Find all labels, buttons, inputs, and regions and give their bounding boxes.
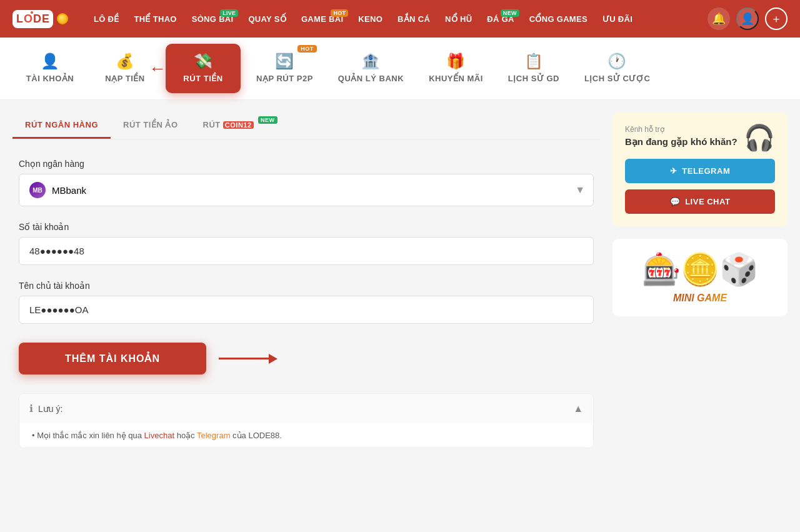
account-label: Số tài khoản — [19, 222, 594, 232]
arrow-left-indicator: ← — [149, 59, 167, 79]
subnav-tai-khoan[interactable]: 👤 TÀI KHOẢN — [12, 38, 88, 99]
account-owner-group: Tên chủ tài khoản — [19, 281, 594, 324]
minigame-label: MINI GAME — [642, 293, 758, 304]
subnav-rut-tien[interactable]: 💸 RÚT TIỀN ← — [166, 44, 241, 93]
tab-rut-coin12[interactable]: RÚT Coin12 NEW — [191, 113, 279, 139]
info-icon: ℹ — [29, 403, 33, 414]
support-buttons: ✈ TELEGRAM 💬 LIVE CHAT — [625, 159, 775, 214]
livechat-link[interactable]: Livechat — [144, 431, 174, 440]
tab-bar: RÚT NGÂN HÀNG RÚT TIỀN ẢO RÚT Coin12 NEW — [12, 113, 600, 140]
logo[interactable]: L O D E — [12, 10, 75, 28]
subnav-quan-ly-bank[interactable]: 🏦 QUẢN LÝ BANK — [326, 38, 416, 99]
nav-game-bai[interactable]: HOT GAME BÀI — [295, 14, 349, 24]
nav-da-ga[interactable]: NEW ĐÁ GÀ — [481, 14, 520, 24]
header: L O D E LÔ ĐỀ THỂ THAO LIVE SÒNG BÀI QUA… — [0, 0, 800, 38]
lich-su-cuoc-icon: 🕐 — [608, 54, 627, 69]
p2p-hot-badge: HOT — [298, 45, 317, 53]
right-panel: Kênh hỗ trợ Bạn đang gặp khó khăn? 🎧 ✈ T… — [612, 113, 788, 448]
nav-keno[interactable]: KENO — [352, 14, 389, 24]
nav-lo-de[interactable]: LÔ ĐỀ — [88, 14, 126, 24]
support-box: Kênh hỗ trợ Bạn đang gặp khó khăn? 🎧 ✈ T… — [612, 113, 788, 226]
subnav-lich-su-cuoc[interactable]: 🕐 LỊCH SỬ CƯỢC — [572, 38, 662, 99]
arrow-right-indicator — [219, 354, 278, 364]
nav-ban-ca[interactable]: BẮN CÁ — [391, 14, 436, 24]
support-header: Kênh hỗ trợ Bạn đang gặp khó khăn? 🎧 — [625, 125, 775, 150]
note-box: ℹ Lưu ý: ▲ • Mọi thắc mắc xin liên hệ qu… — [19, 393, 594, 448]
minigame-image: 🎰🪙🎲 — [642, 251, 758, 288]
tab-rut-ngan-hang[interactable]: RÚT NGÂN HÀNG — [12, 113, 111, 139]
nap-tien-icon: 💰 — [116, 54, 135, 69]
minigame-content: 🎰🪙🎲 MINI GAME — [642, 251, 758, 304]
mbbank-logo: MB — [29, 182, 46, 198]
subnav-khuyen-mai[interactable]: 🎁 KHUYẾN MÃI — [416, 38, 496, 99]
bank-select-group: Chọn ngân hàng MB MBbank ▼ — [19, 159, 594, 206]
livechat-button[interactable]: 💬 LIVE CHAT — [625, 189, 775, 214]
nav-cong-games[interactable]: CỔNG GAMES — [523, 14, 594, 24]
nav-song-bai[interactable]: LIVE SÒNG BÀI — [186, 14, 240, 24]
new-badge: NEW — [501, 9, 519, 17]
subnav-nap-rut-p2p[interactable]: HOT 🔄 NẠP RÚT P2P — [244, 38, 326, 99]
nav-no-hu[interactable]: NỔ HŨ — [439, 14, 478, 24]
bank-select-display[interactable]: MB MBbank — [19, 174, 594, 206]
subnav-lich-su-gd[interactable]: 📋 LỊCH SỬ GD — [496, 38, 572, 99]
coin12-new-badge: NEW — [258, 116, 278, 124]
support-text: Kênh hỗ trợ Bạn đang gặp khó khăn? — [625, 125, 738, 148]
owner-label: Tên chủ tài khoản — [19, 281, 594, 291]
note-header-left: ℹ Lưu ý: — [29, 403, 62, 414]
minigame-box[interactable]: 🎰🪙🎲 MINI GAME — [612, 239, 788, 316]
lich-su-gd-icon: 📋 — [524, 54, 544, 69]
submit-wrapper: THÊM TÀI KHOẢN — [19, 343, 594, 374]
chevron-up-icon: ▲ — [573, 403, 583, 414]
left-panel: RÚT NGÂN HÀNG RÚT TIỀN ẢO RÚT Coin12 NEW… — [12, 113, 600, 448]
main-content: RÚT NGÂN HÀNG RÚT TIỀN ẢO RÚT Coin12 NEW… — [0, 100, 800, 461]
note-header[interactable]: ℹ Lưu ý: ▲ — [19, 394, 593, 423]
telegram-link[interactable]: Telegram — [197, 431, 230, 440]
subnav: 👤 TÀI KHOẢN 💰 NẠP TIỀN 💸 RÚT TIỀN ← HOT … — [0, 38, 800, 100]
arrow-head — [269, 354, 278, 364]
note-content: • Mọi thắc mắc xin liên hệ qua Livechat … — [19, 423, 593, 448]
nav-the-thao[interactable]: THỂ THAO — [128, 14, 183, 24]
nav-uu-dai[interactable]: ƯU ĐÃI — [596, 14, 639, 24]
main-nav: LÔ ĐỀ THỂ THAO LIVE SÒNG BÀI QUAY SỐ HOT… — [88, 14, 695, 24]
telegram-button[interactable]: ✈ TELEGRAM — [625, 159, 775, 183]
bank-withdrawal-form: Chọn ngân hàng MB MBbank ▼ Số tài khoản … — [12, 159, 600, 448]
p2p-icon: 🔄 — [275, 54, 294, 69]
telegram-icon: ✈ — [670, 166, 678, 176]
live-badge: LIVE — [220, 9, 238, 17]
add-button[interactable]: ＋ — [765, 8, 788, 30]
add-account-button[interactable]: THÊM TÀI KHOẢN — [19, 343, 206, 374]
account-number-group: Số tài khoản — [19, 222, 594, 265]
nav-quay-so[interactable]: QUAY SỐ — [242, 14, 292, 24]
bank-label: Chọn ngân hàng — [19, 159, 594, 169]
rut-tien-icon: 💸 — [194, 54, 213, 69]
coin12-logo: Coin12 — [223, 121, 254, 129]
bank-icon: 🏦 — [361, 54, 381, 69]
arrow-line — [219, 358, 269, 359]
user-button[interactable]: 👤 — [736, 8, 759, 30]
hot-badge: HOT — [331, 9, 348, 17]
chevron-down-icon: ▼ — [575, 184, 585, 196]
tab-rut-tien-ao[interactable]: RÚT TIỀN ẢO — [111, 113, 191, 139]
livechat-icon: 💬 — [670, 197, 681, 206]
account-input[interactable] — [19, 237, 594, 265]
notification-button[interactable]: 🔔 — [708, 8, 730, 30]
header-right: 🔔 👤 ＋ — [708, 8, 788, 30]
owner-input[interactable] — [19, 296, 594, 324]
khuyen-mai-icon: 🎁 — [446, 54, 466, 69]
headset-icon: 🎧 — [744, 125, 775, 150]
bank-select-wrapper[interactable]: MB MBbank ▼ — [19, 174, 594, 206]
tai-khoan-icon: 👤 — [41, 54, 60, 69]
